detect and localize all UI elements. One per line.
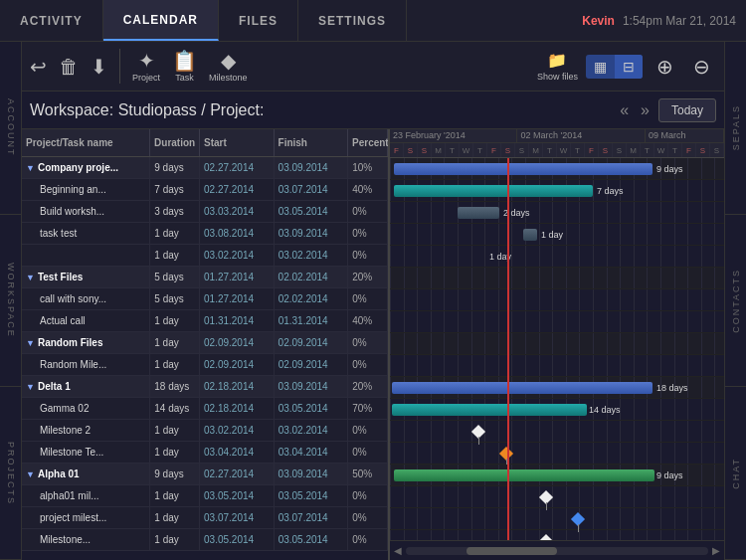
grid-line <box>607 202 608 223</box>
grid-line <box>539 508 540 529</box>
grid-line <box>417 486 418 507</box>
task-percent: 70% <box>348 398 388 419</box>
gantt-row <box>390 268 724 289</box>
grid-line <box>714 202 715 223</box>
task-percent: 50% <box>348 464 388 484</box>
gantt-view-button[interactable]: ⊟ <box>615 55 643 79</box>
gantt-days-row: FSSMTWTFSSMTWTFSSMTWTFSSM <box>390 143 724 157</box>
table-row[interactable]: Gamma 0214 days02.18.201403.05.201470% <box>22 398 388 420</box>
grid-line <box>674 486 675 507</box>
tab-activity[interactable]: ACTIVITY <box>0 0 103 41</box>
grid-line <box>647 289 648 310</box>
task-start: 01.27.2014 <box>200 267 275 287</box>
table-row[interactable]: Milestone 21 day03.02.201403.02.20140% <box>22 420 388 442</box>
table-row[interactable]: ▼Company proje...9 days02.27.201403.09.2… <box>22 157 388 179</box>
task-finish: 02.02.2014 <box>275 267 349 287</box>
scroll-left-button[interactable]: ◀ <box>394 545 402 556</box>
table-row[interactable]: task test1 day03.08.201403.09.20140% <box>22 223 388 245</box>
table-row[interactable]: ▼Alpha 019 days02.27.201403.09.201450% <box>22 464 388 485</box>
grid-line <box>634 333 635 354</box>
calendar-prev-button[interactable]: « <box>617 101 632 119</box>
grid-line <box>431 202 432 223</box>
grid-line <box>431 508 432 529</box>
gantt-scrollbar[interactable]: ◀ ▶ <box>390 540 724 560</box>
gantt-row <box>390 421 724 443</box>
back-button[interactable]: ↩ <box>30 57 47 77</box>
grid-line <box>484 333 485 354</box>
grid-line <box>647 530 648 540</box>
grid-line <box>511 268 512 288</box>
gantt-day-cell: S <box>418 143 432 157</box>
gantt-row <box>390 508 724 530</box>
add-milestone-button[interactable]: ◆ Milestone <box>209 51 248 83</box>
add-project-button[interactable]: ✦ Project <box>132 51 160 83</box>
grid-line <box>593 268 594 288</box>
table-row[interactable]: 1 day03.02.201403.02.20140% <box>22 245 388 267</box>
grid-line <box>498 421 499 442</box>
sidebar-account[interactable]: ACCOUNT <box>0 42 21 215</box>
table-row[interactable]: ▼Random Files1 day02.09.201402.09.20140% <box>22 332 388 354</box>
task-start: 03.02.2014 <box>200 420 275 441</box>
download-button[interactable]: ⬇ <box>91 57 107 77</box>
scroll-right-button[interactable]: ▶ <box>712 545 720 556</box>
grid-line <box>566 421 567 442</box>
grid-line <box>634 399 635 420</box>
table-row[interactable]: Random Mile...1 day02.09.201402.09.20140… <box>22 354 388 376</box>
delete-button[interactable]: 🗑 <box>59 57 79 77</box>
grid-line <box>593 333 594 354</box>
sidebar-workspace[interactable]: WORKSPACE <box>0 215 21 388</box>
grid-line <box>714 246 715 267</box>
grid-line <box>404 224 405 245</box>
table-row[interactable]: call with sony...5 days01.27.201402.02.2… <box>22 288 388 310</box>
table-row[interactable]: Build worksh...3 days03.03.201403.05.201… <box>22 201 388 223</box>
task-start: 02.09.2014 <box>200 354 275 375</box>
zoom-out-button[interactable]: ⊖ <box>687 53 716 81</box>
grid-line <box>579 289 580 310</box>
zoom-in-button[interactable]: ⊕ <box>651 53 679 81</box>
grid-line <box>511 355 512 376</box>
tab-calendar[interactable]: CALENDAR <box>103 0 219 41</box>
table-row[interactable]: Milestone Te...1 day03.04.201403.04.2014… <box>22 442 388 464</box>
grid-line <box>511 224 512 245</box>
table-row[interactable]: Actual call1 day01.31.201401.31.201440% <box>22 310 388 332</box>
grid-line <box>674 202 675 223</box>
table-row[interactable]: ▼Test Files5 days01.27.201402.02.201420% <box>22 267 388 288</box>
sidebar-chat[interactable]: CHAT <box>725 387 746 560</box>
grid-line <box>701 508 702 529</box>
grid-line <box>525 355 526 376</box>
table-row[interactable]: Milestone...1 day03.05.201403.05.20140% <box>22 529 388 551</box>
workspace-bar: Workspace: Studiopass / Project: « » Tod… <box>22 92 724 129</box>
show-files-button[interactable]: 📁 Show files <box>537 51 578 82</box>
scroll-track[interactable] <box>406 547 708 555</box>
task-percent: 0% <box>348 223 388 244</box>
task-name <box>22 245 150 266</box>
table-row[interactable]: Beginning an...7 days02.27.201403.07.201… <box>22 179 388 201</box>
add-task-button[interactable]: 📋 Task <box>172 51 197 83</box>
table-row[interactable]: project milest...1 day03.07.201403.07.20… <box>22 507 388 529</box>
table-row[interactable]: ▼Delta 118 days02.18.201403.09.201420% <box>22 376 388 398</box>
grid-line <box>714 465 715 485</box>
grid-line <box>701 486 702 507</box>
grid-line <box>620 486 621 507</box>
grid-line <box>714 268 715 288</box>
sidebar-projects[interactable]: PROJECTS <box>0 387 21 560</box>
grid-line <box>701 246 702 267</box>
tab-settings[interactable]: SETTINGS <box>298 0 407 41</box>
grid-view-button[interactable]: ▦ <box>586 55 615 79</box>
tab-files[interactable]: FILES <box>219 0 298 41</box>
grid-line <box>593 224 594 245</box>
grid-line <box>701 311 702 332</box>
grid-line <box>634 224 635 245</box>
scroll-thumb[interactable] <box>466 547 557 555</box>
grid-line <box>498 530 499 540</box>
sidebar-sepals[interactable]: SEPALS <box>725 42 746 215</box>
left-sidebar: ACCOUNT WORKSPACE PROJECTS <box>0 42 22 560</box>
today-button[interactable]: Today <box>658 98 716 122</box>
gantt-bar <box>392 382 653 394</box>
grid-line <box>714 289 715 310</box>
sidebar-contacts[interactable]: CONTACTS <box>725 215 746 388</box>
col-header-percent: Percent <box>348 129 388 156</box>
task-percent: 0% <box>348 442 388 463</box>
table-row[interactable]: alpha01 mil...1 day03.05.201403.05.20140… <box>22 485 388 507</box>
calendar-next-button[interactable]: » <box>638 101 653 119</box>
